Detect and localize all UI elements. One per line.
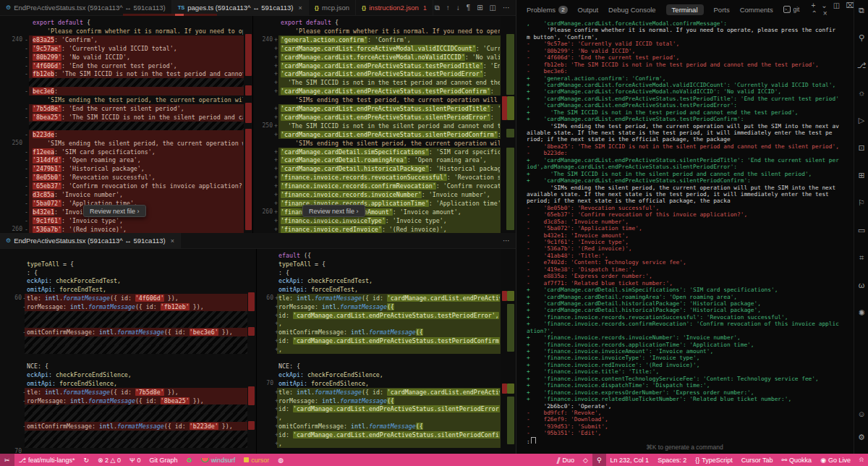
source-control-icon[interactable]: ⎇: [854, 61, 868, 70]
quokka-icon: ⚯: [782, 457, 788, 464]
status-item-notifications-bell[interactable]: ⍾: [855, 454, 868, 466]
editor-action-icon[interactable]: ⋯: [503, 237, 510, 245]
status-label: Spaces: 2: [658, 457, 686, 464]
review-next-file-button[interactable]: Review next file ›: [302, 205, 365, 217]
status-label: Cursor Tab: [741, 457, 773, 464]
forwarded-ports-icon: Ψ: [129, 457, 135, 464]
status-item-cursor-tab[interactable]: Cursor Tab: [737, 454, 778, 466]
account-icon[interactable]: ☺: [854, 410, 868, 418]
terminal-row: - '80b299': 'No valid ICCID',: [527, 48, 851, 54]
editor-action-icon[interactable]: ¶: [467, 4, 470, 12]
diff-original-pane-pages[interactable]: export default { 'Please confirm whether…: [0, 16, 253, 233]
status-item-git-graph[interactable]: Git Graph: [145, 454, 182, 466]
status-item-recycle[interactable]: ♻: [182, 454, 197, 466]
folder-icon[interactable]: ▭: [854, 226, 868, 235]
terminal-row: - '8e05b0': 'Revocation successful',: [527, 205, 851, 211]
status-item-quokka[interactable]: ⚯Quokka: [778, 454, 817, 466]
diff-modified-pane-pages[interactable]: export default { 'Please confirm whether…: [253, 16, 516, 233]
diff-row: -omitConfirmMessage: intl.formatMessage(…: [0, 328, 257, 336]
tsx-file-icon: ⚙: [6, 4, 11, 11]
editor-action-icon[interactable]: ◫: [490, 4, 496, 12]
debug-icon[interactable]: ☼: [854, 88, 868, 97]
status-item-remote-indicator[interactable]: ✂: [0, 454, 14, 466]
minimap[interactable]: [501, 16, 516, 233]
diff-row: +,: [257, 439, 516, 448]
diff-row: -b223de:: [0, 130, 253, 139]
diff-row: 240-e83a25: 'Confirm',: [0, 35, 253, 44]
diff-row: +'finance.invoice.invoiceType': 'Invoice…: [253, 216, 516, 225]
json-file-icon: {}: [362, 4, 366, 11]
diff-row: : {: [0, 268, 257, 277]
status-item-diamond[interactable]: ◇: [579, 454, 592, 466]
terminal-row: + 'cardManage.cardDetail.simSpecificatio…: [527, 287, 851, 293]
terminal-row: + 'finance.invoice.contentTechnologyServ…: [527, 376, 851, 382]
test-icon[interactable]: ▷: [854, 116, 868, 125]
diff-row: +'cardManage.cardDetail.roamingArea': 'O…: [253, 156, 516, 164]
editor-action-icon[interactable]: ⋯: [503, 4, 510, 12]
status-item-sync[interactable]: ↻: [79, 454, 93, 466]
explorer-icon[interactable]: ⧉: [854, 6, 868, 15]
terminal-row: , 'cardManage.cardList.endPreActiveStatu…: [527, 102, 851, 109]
tab-label: instruction2.json: [369, 4, 419, 12]
status-item-cursor-position[interactable]: Ln 232, Col 1: [606, 454, 654, 466]
diff-original-pane-endpreactive[interactable]: typeToAll = {: {eckApi: checkForceEndTes…: [0, 249, 257, 454]
status-item-github[interactable]: ◍: [273, 454, 288, 466]
status-item-zoom-tool[interactable]: ⚲: [592, 454, 606, 466]
overview-ruler: [244, 16, 253, 233]
tab-endpreactivestatus-top[interactable]: ⚙ EndPreActiveStatus.tsx (591ca113^ ↔ 59…: [0, 0, 172, 15]
diff-splitter[interactable]: [256, 249, 257, 454]
status-item-duo[interactable]: ∥Duo: [553, 454, 579, 466]
panel-tab-comments[interactable]: Comments: [740, 6, 773, 14]
status-item-forwarded-ports[interactable]: Ψ0: [125, 454, 145, 466]
editor-action-icon[interactable]: ↓: [456, 4, 460, 12]
status-item-go-live[interactable]: ◉Go Live: [816, 454, 855, 466]
editor-action-icon[interactable]: ⊞: [477, 4, 482, 12]
review-next-file-button[interactable]: Review next file ›: [83, 205, 146, 217]
diff-modified-pane-endpreactive[interactable]: efault ({typeToAll = {: {eckApi: checkFo…: [257, 249, 516, 454]
diff-row: [0, 439, 257, 448]
extensions-icon[interactable]: ⊞: [854, 171, 868, 180]
remote-explorer-icon[interactable]: ⊡: [854, 143, 868, 153]
panel-tab-ports[interactable]: Ports: [714, 6, 730, 14]
tab-endpreactivestatus-bottom[interactable]: ⚙ EndPreActiveStatus.tsx (591ca113^ ↔ 59…: [0, 233, 181, 248]
close-icon[interactable]: ×: [298, 4, 302, 12]
tab-mcp-json[interactable]: {} mcp.json: [309, 0, 356, 15]
status-item-indentation[interactable]: Spaces: 2: [653, 454, 691, 466]
panel-tab-debug-console[interactable]: Debug Console: [608, 6, 656, 14]
diff-row: [0, 345, 257, 354]
remote-indicator-icon: ✂: [4, 457, 10, 464]
panel-toolbar-icon[interactable]: ⌃: [811, 9, 817, 17]
status-item-cursor[interactable]: cursor: [239, 454, 273, 466]
status-item-problems[interactable]: ⊗ 2 △ 0: [93, 454, 125, 466]
quokka-icon[interactable]: ✺: [854, 308, 868, 318]
panel-toolbar-icon[interactable]: +: [811, 1, 815, 9]
diff-row: 60-tle: intl.formatMessage({ id: '4f606d…: [0, 294, 257, 302]
tab-instruction2-json[interactable]: {} instruction2.json 1: [356, 0, 433, 15]
panel-toolbar-icon[interactable]: ⌧: [846, 1, 854, 9]
panel-tab-output[interactable]: Output: [578, 6, 599, 14]
tsx-file-icon: ⚙: [6, 237, 11, 244]
status-item-language-mode[interactable]: {}TypeScript: [691, 454, 737, 466]
close-icon[interactable]: ×: [171, 237, 174, 245]
panel-toolbar-icon[interactable]: ⌄: [821, 1, 827, 9]
tab-pages-ts[interactable]: TS pages.ts (591ca113^ ↔ 591ca113) ×: [172, 0, 309, 15]
minimap[interactable]: [501, 249, 516, 454]
panel-toolbar-icon[interactable]: ◫: [833, 1, 840, 9]
gitlab-icon[interactable]: ω: [854, 281, 868, 289]
panel-tab-problems[interactable]: Problems 2: [527, 6, 568, 14]
terminal-output[interactable]: , 'cardManage.cardList.forceActiveModal.…: [527, 20, 851, 444]
git-branch-icon: ⎇: [19, 457, 26, 464]
panel-toolbar-icon[interactable]: ×: [823, 9, 827, 17]
status-item-windsurf[interactable]: windsurf: [197, 454, 240, 466]
terminal-row: , 'cardManage.cardList.forceActiveModal.…: [527, 20, 851, 27]
settings-gear-icon[interactable]: ⚙: [854, 433, 868, 442]
status-item-git-branch[interactable]: ⎇feat/multi-langs*: [14, 454, 80, 466]
search-icon[interactable]: ⚲: [854, 33, 868, 43]
editor-action-icon[interactable]: ↑: [446, 4, 450, 12]
editor-action-icon[interactable]: ⧉: [435, 4, 440, 12]
hierarchy-icon[interactable]: ⌗: [854, 253, 868, 263]
panel-tab-terminal[interactable]: Terminal: [666, 4, 704, 15]
tab-label: pages.ts (591ca113^ ↔ 591ca113): [187, 4, 293, 12]
bookmark-icon[interactable]: ⚐: [854, 198, 868, 208]
terminal-profile[interactable]: >_ git: [783, 6, 800, 13]
